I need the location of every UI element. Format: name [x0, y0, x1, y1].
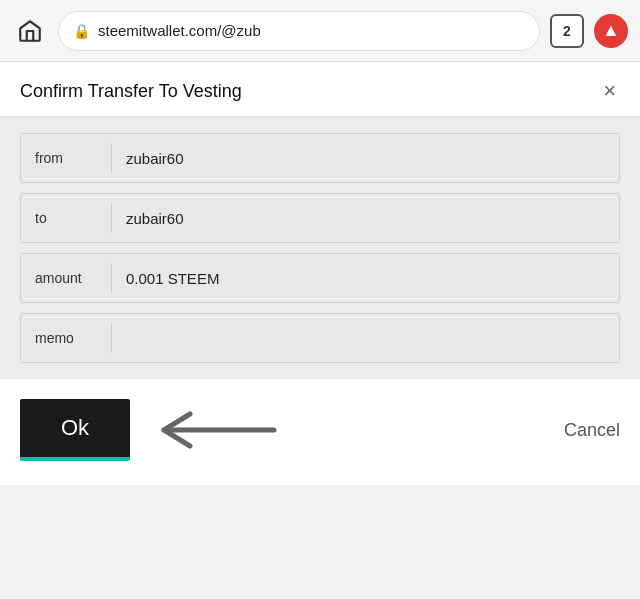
notification-button[interactable]: ▲	[594, 14, 628, 48]
from-value: zubair60	[112, 138, 619, 179]
from-field-row: from zubair60	[20, 133, 620, 183]
lock-icon: 🔒	[73, 23, 90, 39]
memo-label: memo	[21, 318, 111, 358]
upload-icon: ▲	[602, 20, 620, 41]
arrow-indicator	[154, 408, 284, 452]
cancel-button[interactable]: Cancel	[564, 420, 620, 441]
close-button[interactable]: ×	[599, 80, 620, 102]
from-label: from	[21, 138, 111, 178]
home-button[interactable]	[12, 13, 48, 49]
browser-bar: 🔒 steemitwallet.com/@zub 2 ▲	[0, 0, 640, 62]
address-bar[interactable]: 🔒 steemitwallet.com/@zub	[58, 11, 540, 51]
modal-title: Confirm Transfer To Vesting	[20, 81, 242, 102]
to-value: zubair60	[112, 198, 619, 239]
memo-value	[112, 326, 619, 350]
form-body: from zubair60 to zubair60 amount 0.001 S…	[0, 117, 640, 379]
arrow-icon	[154, 408, 284, 452]
amount-value: 0.001 STEEM	[112, 258, 619, 299]
to-label: to	[21, 198, 111, 238]
modal-footer: Ok Cancel	[0, 379, 640, 485]
modal-overlay: Confirm Transfer To Vesting × from zubai…	[0, 62, 640, 485]
ok-button[interactable]: Ok	[20, 399, 130, 461]
memo-field-row: memo	[20, 313, 620, 363]
url-text: steemitwallet.com/@zub	[98, 22, 261, 39]
amount-label: amount	[21, 258, 111, 298]
tab-count-badge[interactable]: 2	[550, 14, 584, 48]
modal-header: Confirm Transfer To Vesting ×	[0, 62, 640, 117]
amount-field-row: amount 0.001 STEEM	[20, 253, 620, 303]
to-field-row: to zubair60	[20, 193, 620, 243]
